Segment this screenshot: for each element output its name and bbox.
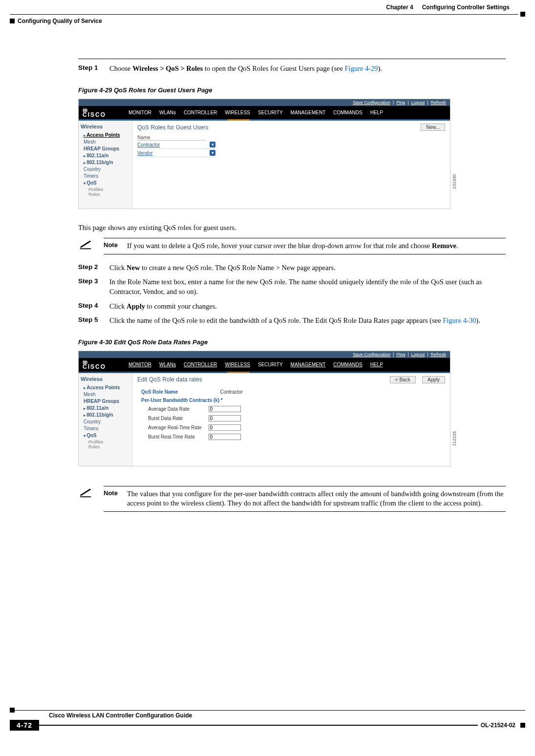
avg-realtime-rate-input <box>209 424 241 431</box>
step1-body: Choose Wireless > QoS > Roles to open th… <box>109 64 506 74</box>
sidebar-qos-roles: Roles <box>88 192 130 197</box>
figure-id: 212226 <box>452 431 457 446</box>
svg-rect-0 <box>80 249 91 250</box>
step3-body: In the Role Name text box, enter a name … <box>109 277 506 296</box>
cisco-logo: ι|ιι|ιι CISCO <box>83 360 106 370</box>
nav-commands: COMMANDS <box>333 110 362 115</box>
burst-realtime-rate-input <box>209 434 241 440</box>
sidebar-80211an: 802.11a/n <box>84 153 130 158</box>
figure-4-29-image: Save Configuration | Ping | Logout | Ref… <box>78 99 450 210</box>
figure-4-30-image: Save Configuration | Ping | Logout | Ref… <box>78 351 450 466</box>
sidebar-mesh: Mesh <box>84 139 130 145</box>
figure-4-29-link[interactable]: Figure 4-29 <box>345 64 378 72</box>
sidebar-qos-profiles: Profiles <box>88 187 130 192</box>
note1-body: If you want to delete a QoS role, hover … <box>127 241 506 251</box>
gui1-title: QoS Roles for Guest Users <box>137 124 208 131</box>
after-figure-text: This page shows any existing QoS roles f… <box>78 224 506 232</box>
sidebar-qos: QoS <box>84 180 130 186</box>
new-button: New... <box>421 124 445 131</box>
page-number: 4-72 <box>10 720 39 731</box>
step5-body: Click the name of the QoS role to edit t… <box>109 316 506 326</box>
sidebar-hreap: HREAP Groups <box>84 146 130 151</box>
figure-id: 232330 <box>452 174 457 189</box>
step2-body: Click New to create a new QoS role. The … <box>109 263 506 273</box>
sidebar: Wireless Access Points Mesh HREAP Groups… <box>79 121 132 209</box>
note-icon <box>78 486 104 512</box>
nav-help: HELP <box>370 110 383 115</box>
apply-button: Apply <box>422 376 445 383</box>
role-name-value: Contractor <box>206 388 246 396</box>
figure-4-30-caption: Figure 4-30 Edit QoS Role Data Rates Pag… <box>78 338 506 346</box>
note-label: Note <box>104 489 127 508</box>
figure-4-29-caption: Figure 4-29 QoS Roles for Guest Users Pa… <box>78 86 506 94</box>
note-icon <box>78 238 104 254</box>
note2-body: The values that you configure for the pe… <box>127 489 506 508</box>
step4-body: Click Apply to commit your changes. <box>109 302 506 312</box>
step5-label: Step 5 <box>78 316 109 323</box>
doc-id: OL-21524-02 <box>478 722 518 729</box>
sidebar-access-points: Access Points <box>84 132 130 138</box>
chapter-label: Chapter 4 <box>386 4 413 11</box>
step2-label: Step 2 <box>78 263 109 271</box>
chapter-title: Configuring Controller Settings <box>422 4 510 11</box>
header-marker <box>10 19 15 23</box>
nav-management: MANAGEMENT <box>291 110 326 115</box>
cisco-logo: ι|ιι|ιι CISCO <box>83 108 106 118</box>
running-header: Chapter 4 Configuring Controller Setting… <box>10 4 525 11</box>
sidebar-country: Country <box>84 167 130 172</box>
sidebar-timers: Timers <box>84 173 130 179</box>
avg-data-rate-input <box>209 406 241 412</box>
dropdown-icon: ▾ <box>210 142 215 147</box>
nav-wlans: WLANs <box>159 110 176 115</box>
step1-label: Step 1 <box>78 64 109 71</box>
page-footer: Cisco Wireless LAN Controller Configurat… <box>10 707 525 731</box>
burst-data-rate-input <box>209 415 241 421</box>
section-title: Configuring Quality of Service <box>18 18 102 24</box>
guide-title: Cisco Wireless LAN Controller Configurat… <box>49 712 525 719</box>
gui2-title: Edit QoS Role data rates <box>137 376 202 383</box>
nav-controller: CONTROLLER <box>184 110 217 115</box>
dropdown-icon: ▾ <box>210 150 215 156</box>
col-name: Name <box>137 135 206 141</box>
sidebar-80211bgn: 802.11b/g/n <box>84 160 130 165</box>
back-button: < Back <box>390 376 416 383</box>
nav-wireless: WIRELESS <box>225 110 250 115</box>
sidebar: Wireless Access Points Mesh HREAP Groups… <box>79 373 132 466</box>
nav-monitor: MONITOR <box>128 110 151 115</box>
figure-4-30-link[interactable]: Figure 4-30 <box>443 316 476 324</box>
role-vendor: Vendor ▾ <box>137 149 215 157</box>
role-contractor: Contractor ▾ <box>137 141 215 149</box>
note-label: Note <box>104 241 127 251</box>
nav-security: SECURITY <box>258 110 283 115</box>
svg-rect-1 <box>80 496 91 497</box>
step3-label: Step 3 <box>78 277 109 285</box>
step4-label: Step 4 <box>78 302 109 309</box>
qos-role-form: QoS Role Name Contractor Per-User Bandwi… <box>137 387 247 442</box>
